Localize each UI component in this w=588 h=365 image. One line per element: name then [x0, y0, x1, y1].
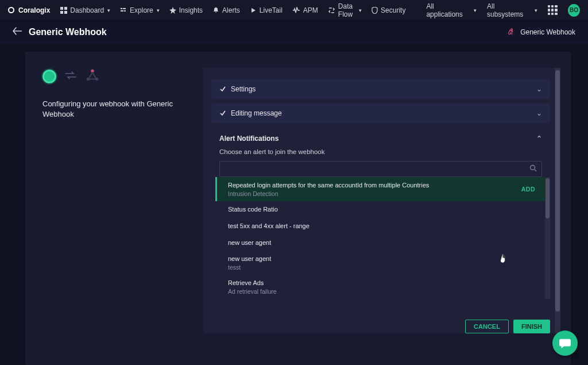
nav-dashboard[interactable]: Dashboard ▾ — [60, 6, 110, 14]
check-icon — [219, 110, 226, 117]
alert-item-title: Retrieve Ads — [228, 279, 533, 287]
cancel-button-label: CANCEL — [474, 323, 500, 330]
nav-alerts[interactable]: Alerts — [212, 6, 240, 14]
webhook-icon — [507, 27, 516, 37]
svg-rect-2 — [60, 11, 63, 14]
caret-icon: ▾ — [474, 7, 477, 13]
nav-security[interactable]: Security — [372, 6, 405, 14]
logo-icon — [8, 7, 14, 13]
nav-explore[interactable]: Explore ▾ — [120, 6, 160, 14]
svg-rect-4 — [121, 8, 122, 9]
nav-items: Dashboard ▾ Explore ▾ Insights Alerts Li… — [60, 2, 405, 18]
avatar[interactable]: BO — [568, 4, 580, 17]
alert-search-input[interactable] — [225, 165, 529, 173]
bell-icon — [212, 7, 219, 14]
cancel-button[interactable]: CANCEL — [465, 320, 509, 333]
insights-icon — [169, 7, 176, 14]
nav-dashboard-label: Dashboard — [70, 6, 104, 14]
nav-explore-label: Explore — [130, 6, 153, 14]
section-editing-message-label: Editing message — [231, 109, 282, 117]
svg-point-10 — [95, 78, 98, 80]
help-chat-button[interactable] — [552, 331, 578, 356]
add-alert-button[interactable]: ADD — [521, 186, 535, 193]
alert-item[interactable]: new user agenttesst — [215, 251, 546, 275]
svg-rect-0 — [60, 7, 63, 10]
nav-livetail-label: LiveTail — [260, 6, 283, 14]
dashboard-icon — [60, 7, 67, 14]
svg-rect-7 — [124, 10, 126, 11]
footer-buttons: CANCEL FINISH — [465, 320, 550, 333]
swap-icon — [64, 71, 77, 82]
choose-alert-text: Choose an alert to join the webhook — [211, 145, 550, 161]
chevron-down-icon: ⌄ — [536, 109, 542, 117]
back-arrow-icon[interactable] — [13, 27, 22, 37]
nav-dataflow-label: Data Flow — [338, 2, 355, 18]
svg-point-11 — [531, 166, 535, 170]
section-settings-label: Settings — [231, 85, 256, 93]
nav-alerts-label: Alerts — [222, 6, 240, 14]
alert-item[interactable]: Repeated login attempts for the same acc… — [215, 177, 546, 201]
svg-rect-6 — [121, 10, 123, 11]
main-panel: Configuring your webhook with Generic We… — [25, 52, 571, 365]
alert-item-title: new user agent — [228, 239, 533, 247]
nav-apm[interactable]: APM — [292, 6, 318, 14]
nav-insights-label: Insights — [179, 6, 203, 14]
alert-item-sub: Ad retrieval failure — [228, 288, 533, 295]
finish-button[interactable]: FINISH — [513, 320, 550, 333]
svg-rect-3 — [64, 11, 67, 14]
finish-button-label: FINISH — [521, 323, 542, 330]
status-dot-icon — [42, 70, 56, 83]
webhook-large-icon — [85, 68, 100, 85]
chevron-down-icon: ⌄ — [536, 85, 542, 93]
chevron-up-icon: ⌃ — [536, 135, 542, 143]
alert-search[interactable] — [219, 161, 542, 177]
search-icon — [529, 164, 537, 174]
crumb-label: Generic Webhook — [520, 28, 575, 36]
alert-item-sub: tesst — [228, 264, 533, 271]
panel-scrollbar[interactable] — [555, 68, 560, 333]
dataflow-icon — [328, 7, 335, 14]
check-icon — [219, 86, 226, 93]
caret-icon: ▾ — [107, 7, 110, 13]
section-alert-notifications-label: Alert Notifications — [219, 135, 278, 143]
title-bar: Generic Webhook Generic Webhook — [0, 21, 588, 44]
shield-icon — [372, 7, 378, 14]
alert-item[interactable]: new user agent — [215, 235, 546, 251]
section-settings[interactable]: Settings ⌄ — [211, 79, 550, 99]
avatar-initials: BO — [570, 7, 578, 13]
nav-insights[interactable]: Insights — [169, 6, 203, 14]
all-subs-dropdown[interactable]: All subsystems ▾ — [487, 2, 537, 18]
alert-item-title: test 5xx and 4xx alert - range — [228, 222, 533, 230]
nav-livetail[interactable]: LiveTail — [250, 6, 283, 14]
caret-icon: ▾ — [535, 7, 537, 13]
page-title: Generic Webhook — [29, 27, 107, 37]
explore-icon — [120, 7, 127, 14]
svg-point-9 — [87, 78, 90, 80]
nav-dataflow[interactable]: Data Flow ▾ — [328, 2, 362, 18]
play-icon — [250, 7, 257, 14]
alert-item-title: Repeated login attempts for the same acc… — [228, 181, 533, 190]
all-apps-dropdown[interactable]: All applications ▾ — [426, 2, 477, 18]
alert-item[interactable]: test 5xx and 4xx alert - range — [215, 218, 546, 235]
alert-item[interactable]: Status code Ratio — [215, 201, 546, 218]
section-alert-notifications[interactable]: Alert Notifications ⌃ — [211, 128, 550, 145]
svg-rect-5 — [123, 8, 126, 9]
list-scrollbar[interactable] — [545, 177, 550, 299]
left-column: Configuring your webhook with Generic We… — [25, 68, 203, 365]
brand-name: Coralogix — [18, 6, 50, 14]
right-panel: Settings ⌄ Editing message ⌄ Alert Notif… — [203, 68, 560, 333]
alert-list: Repeated login attempts for the same acc… — [211, 177, 550, 299]
nav-security-label: Security — [381, 6, 405, 14]
apps-grid-icon[interactable] — [548, 5, 558, 16]
brand-logo[interactable]: Coralogix — [8, 6, 50, 14]
apm-icon — [292, 7, 300, 14]
alert-item-sub: Intrusion Detection — [228, 190, 533, 197]
left-description: Configuring your webhook with Generic We… — [42, 99, 203, 119]
all-apps-label: All applications — [426, 2, 470, 18]
top-nav: Coralogix Dashboard ▾ Explore ▾ Insights… — [0, 0, 588, 21]
alert-item-title: new user agent — [228, 255, 533, 263]
svg-point-8 — [91, 70, 94, 72]
svg-rect-1 — [64, 7, 67, 10]
alert-item[interactable]: Retrieve AdsAd retrieval failure — [215, 275, 546, 299]
section-editing-message[interactable]: Editing message ⌄ — [211, 103, 550, 123]
